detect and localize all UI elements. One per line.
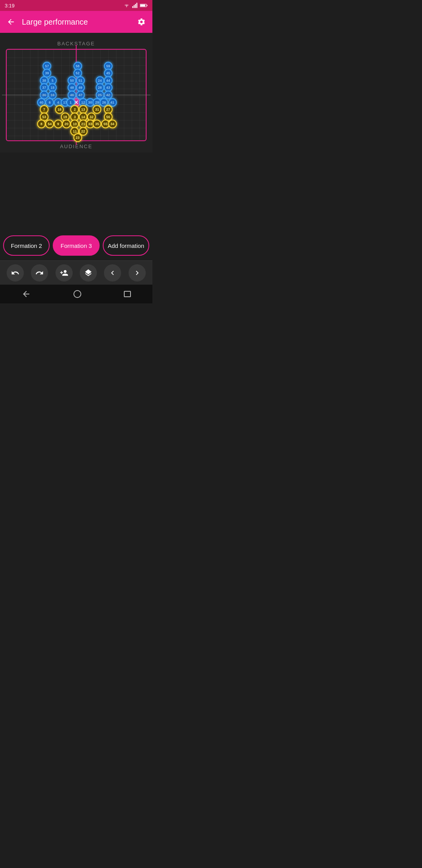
performer-dot[interactable]: 54 xyxy=(45,120,54,128)
redo-button[interactable] xyxy=(31,264,48,282)
performer-dot[interactable]: 6 xyxy=(45,98,54,107)
chevron-left-icon xyxy=(108,269,117,277)
signal-icon xyxy=(132,3,138,8)
svg-rect-6 xyxy=(147,5,147,6)
toolbar xyxy=(0,260,152,285)
svg-rect-3 xyxy=(136,3,137,8)
time-display: 3:19 xyxy=(5,3,14,9)
status-bar: 3:19 xyxy=(0,0,152,11)
undo-icon xyxy=(11,269,20,277)
performer-dot[interactable]: 9 xyxy=(54,120,63,128)
redo-icon xyxy=(35,269,44,277)
back-button[interactable] xyxy=(5,16,17,28)
layers-icon xyxy=(84,269,93,277)
svg-rect-2 xyxy=(135,4,136,8)
page-title: Large performance xyxy=(22,18,131,27)
undo-button[interactable] xyxy=(7,264,24,282)
svg-rect-5 xyxy=(140,5,145,7)
prev-formation-button[interactable] xyxy=(104,264,121,282)
home-nav-button[interactable] xyxy=(73,290,81,298)
performer-dot[interactable]: 31 xyxy=(93,105,101,114)
svg-rect-1 xyxy=(134,5,134,8)
layers-button[interactable] xyxy=(80,264,97,282)
performer-dot[interactable]: 23 xyxy=(73,133,82,142)
formation-2-button[interactable]: Formation 2 xyxy=(3,235,50,256)
spacer xyxy=(0,152,152,231)
next-formation-button[interactable] xyxy=(129,264,146,282)
status-icons xyxy=(123,3,148,8)
performer-dot[interactable]: 18 xyxy=(55,105,64,114)
formation-3-button[interactable]: Formation 3 xyxy=(53,235,99,256)
top-bar: Large performance xyxy=(0,11,152,33)
stage-box: ✕ 57585939524538550512444371548492843361… xyxy=(6,49,147,141)
performers: ✕ 57585939524538550512444371548492843361… xyxy=(7,50,146,140)
add-performer-icon xyxy=(60,269,68,277)
svg-rect-0 xyxy=(132,6,133,8)
recents-nav-button[interactable] xyxy=(124,291,131,297)
system-nav xyxy=(0,285,152,303)
main-content: BACKSTAGE ✕ 5758593952453855051244437154… xyxy=(0,33,152,152)
settings-button[interactable] xyxy=(135,16,148,28)
wifi-icon xyxy=(123,3,130,8)
performer-dot[interactable]: 35 xyxy=(93,120,101,128)
formation-bar: Formation 2 Formation 3 Add formation xyxy=(0,231,152,260)
add-performer-button[interactable] xyxy=(55,264,73,282)
performer-dot[interactable]: 8 xyxy=(37,120,46,128)
battery-icon xyxy=(140,3,148,8)
performer-dot[interactable]: 20 xyxy=(62,120,71,128)
add-formation-button[interactable]: Add formation xyxy=(103,235,149,256)
performer-dot[interactable]: 34 xyxy=(108,120,117,128)
back-nav-button[interactable] xyxy=(21,289,31,299)
chevron-right-icon xyxy=(133,269,141,277)
